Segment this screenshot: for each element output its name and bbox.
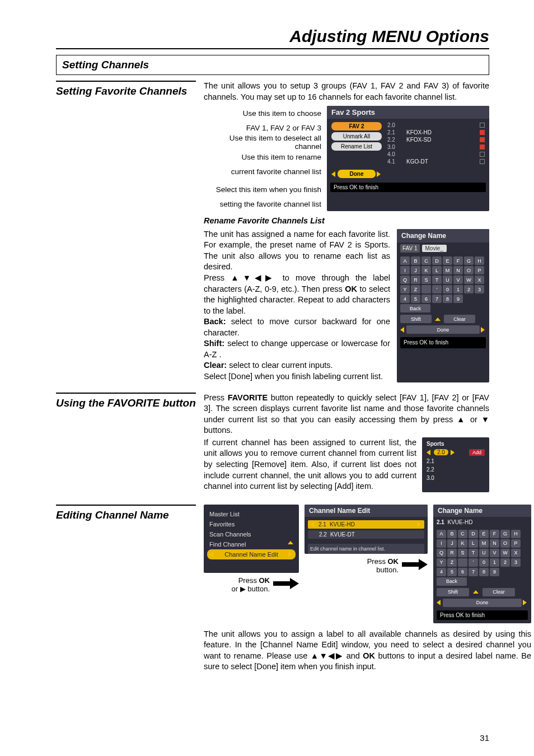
key-N[interactable]: N: [453, 266, 463, 274]
key-Z[interactable]: Z: [447, 558, 457, 567]
key-J[interactable]: J: [411, 266, 420, 274]
key-S[interactable]: S: [421, 276, 431, 284]
key-Q[interactable]: Q: [437, 549, 446, 557]
key-K[interactable]: K: [458, 539, 467, 548]
clear-key[interactable]: Clear: [483, 588, 515, 596]
unmark-all-button[interactable]: Unmark All: [331, 132, 382, 141]
key-7[interactable]: 7: [469, 568, 478, 576]
up-arrow-icon[interactable]: [435, 318, 441, 321]
key-X[interactable]: X: [475, 276, 484, 284]
done-key[interactable]: Done: [406, 325, 480, 334]
key-A[interactable]: A: [437, 530, 446, 538]
key-T[interactable]: T: [469, 549, 478, 557]
key-L[interactable]: L: [469, 539, 478, 548]
list-item[interactable]: 3.0: [424, 474, 487, 482]
key-G[interactable]: G: [464, 256, 474, 265]
key-4[interactable]: 4: [400, 295, 410, 303]
up-arrow-icon[interactable]: [473, 590, 479, 594]
shift-key[interactable]: Shift: [400, 315, 432, 323]
key-blank[interactable]: [458, 558, 467, 567]
right-arrow-icon[interactable]: [377, 171, 381, 177]
key-0[interactable]: 0: [479, 558, 489, 567]
key-I[interactable]: I: [437, 539, 446, 548]
list-item[interactable]: 2.1: [424, 457, 487, 465]
fav2-button[interactable]: FAV 2: [331, 122, 382, 130]
channel-toggle[interactable]: [480, 123, 485, 128]
key-H[interactable]: H: [511, 530, 521, 538]
back-key[interactable]: Back: [400, 304, 430, 312]
key-O[interactable]: O: [500, 539, 510, 548]
key-V[interactable]: V: [490, 549, 499, 557]
key-K[interactable]: K: [421, 266, 431, 274]
key-apostrophe[interactable]: ': [469, 558, 478, 567]
key-8[interactable]: 8: [479, 568, 489, 576]
key-Q[interactable]: Q: [400, 276, 410, 284]
key-3[interactable]: 3: [475, 285, 484, 293]
key-1[interactable]: 1: [453, 285, 463, 293]
key-I[interactable]: I: [400, 266, 410, 274]
add-button[interactable]: Add: [469, 449, 485, 456]
left-arrow-icon[interactable]: [437, 600, 441, 605]
rename-list-button[interactable]: Rename List: [331, 142, 382, 151]
right-arrow-icon[interactable]: [481, 327, 485, 333]
right-arrow-icon[interactable]: [451, 450, 455, 455]
channel-toggle[interactable]: [480, 137, 485, 142]
key-C[interactable]: C: [458, 530, 467, 538]
key-apostrophe[interactable]: ': [432, 285, 442, 293]
done-button[interactable]: Done: [338, 170, 376, 178]
key-D[interactable]: D: [432, 256, 442, 265]
key-0[interactable]: 0: [443, 285, 452, 293]
key-V[interactable]: V: [453, 276, 463, 284]
key-N[interactable]: N: [490, 539, 499, 548]
key-M[interactable]: M: [479, 539, 489, 548]
key-9[interactable]: 9: [490, 568, 499, 576]
key-M[interactable]: M: [443, 266, 452, 274]
key-Y[interactable]: Y: [437, 558, 446, 567]
key-R[interactable]: R: [411, 276, 420, 284]
key-P[interactable]: P: [511, 539, 521, 548]
key-X[interactable]: X: [511, 549, 521, 557]
key-8[interactable]: 8: [443, 295, 452, 303]
key-5[interactable]: 5: [411, 295, 420, 303]
key-E[interactable]: E: [479, 530, 489, 538]
done-key[interactable]: Done: [443, 599, 522, 607]
key-9[interactable]: 9: [453, 295, 463, 303]
key-P[interactable]: P: [475, 266, 484, 274]
key-7[interactable]: 7: [432, 295, 442, 303]
key-H[interactable]: H: [475, 256, 484, 265]
left-arrow-icon[interactable]: [427, 450, 430, 455]
key-W[interactable]: W: [500, 549, 510, 557]
key-5[interactable]: 5: [447, 568, 457, 576]
channel-toggle[interactable]: [480, 152, 485, 157]
menu-item[interactable]: Find Channel: [207, 539, 296, 549]
channel-row[interactable]: 2.2KVUE-DT: [308, 530, 424, 539]
key-2[interactable]: 2: [464, 285, 474, 293]
channel-toggle[interactable]: [480, 144, 485, 150]
key-C[interactable]: C: [421, 256, 431, 265]
key-L[interactable]: L: [432, 266, 442, 274]
key-1[interactable]: 1: [490, 558, 499, 567]
menu-item[interactable]: Favorites: [207, 519, 296, 529]
key-B[interactable]: B: [411, 256, 420, 265]
key-4[interactable]: 4: [437, 568, 446, 576]
key-Y[interactable]: Y: [400, 285, 410, 293]
key-2[interactable]: 2: [500, 558, 510, 567]
key-T[interactable]: T: [432, 276, 442, 284]
key-S[interactable]: S: [458, 549, 467, 557]
left-arrow-icon[interactable]: [331, 171, 335, 177]
key-F[interactable]: F: [490, 530, 499, 538]
menu-item[interactable]: Channel Name Edit: [207, 549, 296, 559]
key-6[interactable]: 6: [458, 568, 467, 576]
left-arrow-icon[interactable]: [400, 327, 404, 333]
channel-toggle[interactable]: [480, 159, 485, 164]
key-U[interactable]: U: [479, 549, 489, 557]
clear-key[interactable]: Clear: [444, 315, 475, 323]
key-6[interactable]: 6: [421, 295, 431, 303]
key-W[interactable]: W: [464, 276, 474, 284]
back-key[interactable]: Back: [437, 577, 467, 586]
key-Z[interactable]: Z: [411, 285, 420, 293]
key-J[interactable]: J: [447, 539, 457, 548]
key-U[interactable]: U: [443, 276, 452, 284]
channel-row[interactable]: 2.1KVUE-HD: [308, 520, 424, 529]
key-D[interactable]: D: [469, 530, 478, 538]
